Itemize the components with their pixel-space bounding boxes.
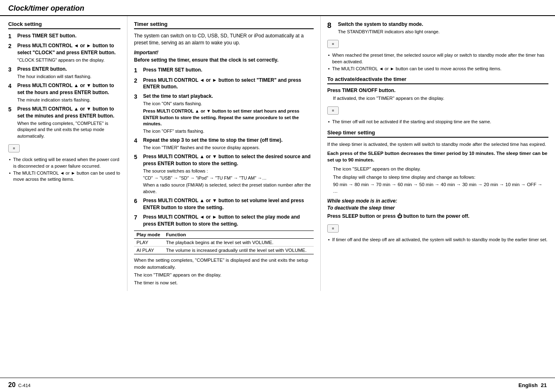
play-mode-1: PLAY (134, 239, 164, 247)
clock-section-title: Clock setting (8, 21, 120, 29)
note-icon: ≡ (8, 144, 20, 152)
timer-step-2: 2 Press MULTI CONTROL ◄ or ► button to s… (134, 77, 314, 91)
sleep-section-title: Sleep timer setting (327, 129, 548, 138)
step-content: Press MULTI CONTROL ◄ or ► button to sel… (17, 42, 120, 63)
sleep-note-line: If timer off and the sleep off are all a… (327, 237, 548, 243)
clock-step-3: 3 Press ENTER button. The hour indicatio… (8, 66, 120, 80)
deactivate-label: To deactivate the sleep timer (327, 205, 548, 211)
right-section: 8 Switch the system to standby mode. The… (321, 16, 555, 291)
step-content: Press MULTI CONTROL ▲ or ▼ button to sel… (143, 153, 314, 195)
step-num: 1 (8, 32, 16, 40)
step-sub: The minute indication starts flashing. (17, 97, 120, 103)
step-num: 5 (8, 106, 16, 113)
step-num: 4 (134, 137, 141, 144)
clock-step-1: 1 Press TIMER SET button. (8, 32, 120, 40)
sleep-sub1: The icon "SLEEP" appears on the display. (327, 166, 548, 172)
step-num: 5 (134, 153, 141, 161)
step-bold: Press MULTI CONTROL ▲ or ▼ button to set… (143, 198, 304, 210)
step-sub: The STANDBY/TIMER indicators also light … (338, 29, 548, 35)
note-line-1: When reached the preset timer, the selec… (327, 52, 548, 65)
step-num: 8 (327, 21, 336, 30)
activate-note-line: The timer off will not be activated if t… (327, 119, 548, 125)
sleep-para1: If the sleep timer is activated, the sys… (327, 141, 548, 148)
timer-step-4: 4 Repeat the step 3 to set the time to s… (134, 137, 314, 151)
footer-page-num: 20 C-414 (8, 381, 30, 389)
step-content: Set the time to start playback. The icon… (143, 93, 314, 134)
after-table-2: The icon "TIMER" appears on the display. (134, 272, 314, 278)
step-content: Press MULTI CONTROL ▲ or ▼ button to set… (17, 106, 120, 139)
table-row: PLAY The playback begins at the level se… (134, 239, 314, 247)
step-sub: When the setting completes, "COMPLETE" i… (17, 120, 120, 139)
step-content: Press MULTI CONTROL ◄ or ► button to sel… (143, 214, 314, 228)
step8-notes: When reached the preset timer, the selec… (327, 52, 548, 72)
page-container: Clock/timer operation Clock setting 1 Pr… (0, 0, 555, 392)
after-table-1: When the setting completes, "COMPLETE" i… (134, 257, 314, 270)
timer-step-7: 7 Press MULTI CONTROL ◄ or ► button to s… (134, 214, 314, 228)
timer-section-title: Timer setting (134, 21, 314, 29)
step-sub3: When a radio source (FM/AM) is selected,… (143, 182, 314, 195)
table-header-mode: Play mode (134, 231, 164, 239)
step-num: 2 (8, 42, 16, 50)
important-block: Important! Before setting the timer, ens… (134, 50, 314, 64)
sleep-note: If timer off and the sleep off are all a… (327, 237, 548, 243)
note-icon: ≡ (327, 106, 339, 115)
after-table-3: The timer is now set. (134, 279, 314, 286)
step-content: Press MULTI CONTROL ◄ or ► button to sel… (143, 77, 314, 91)
step-num: 3 (8, 66, 16, 73)
note-icon: ≡ (327, 40, 339, 48)
step-content: Press ENTER button. The hour indication … (17, 66, 120, 80)
step-content: Repeat the step 3 to set the time to sto… (143, 137, 314, 151)
step-bold: Repeat the step 3 to set the time to sto… (143, 137, 282, 143)
step-bold: Press MULTI CONTROL ▲ or ▼ button to set… (17, 83, 114, 95)
note-line-1: The clock setting will be erased when th… (8, 157, 120, 169)
step-sub: The hour indication will start flashing. (17, 74, 120, 80)
step-bold: Press MULTI CONTROL ◄ or ► button to sel… (17, 43, 116, 55)
activate-step: Press TIMER ON/OFF button. (327, 88, 548, 93)
step-content: Press MULTI CONTROL ▲ or ▼ button to set… (17, 82, 120, 103)
activate-section-title: To activate/deactivate the timer (327, 76, 548, 84)
step-num: 6 (134, 197, 141, 205)
footer-left-num: 20 (8, 381, 16, 388)
table-row: AI PLAY The volume is increased graduall… (134, 247, 314, 254)
play-function-2: The volume is increased gradually until … (164, 247, 314, 254)
footer-right: English 21 (518, 382, 547, 388)
activate-section: To activate/deactivate the timer Press T… (327, 76, 548, 101)
step-bold: Press ENTER button. (17, 66, 67, 72)
sleep-sub2: The display will change to sleep time di… (327, 174, 548, 180)
important-text: Before setting the timer, ensure that th… (134, 57, 314, 64)
while-sleep-label: While sleep mode is in active: (327, 198, 548, 204)
clock-step-2: 2 Press MULTI CONTROL ◄ or ► button to s… (8, 42, 120, 63)
step-num: 7 (134, 214, 141, 221)
play-mode-2: AI PLAY (134, 247, 164, 254)
step-bold: Press MULTI CONTROL ▲ or ▼ button to sel… (143, 154, 310, 166)
timer-section: Timer setting The system can switch on t… (127, 16, 321, 291)
step-bold: Set the time to start playback. (143, 93, 213, 99)
step-content: Switch the system to standby mode. The S… (338, 21, 548, 35)
timer-step-5: 5 Press MULTI CONTROL ▲ or ▼ button to s… (134, 153, 314, 195)
activate-note: The timer off will not be activated if t… (327, 119, 548, 125)
content-area: Clock setting 1 Press TIMER SET button. … (0, 16, 555, 291)
timer-step-6: 6 Press MULTI CONTROL ▲ or ▼ button to s… (134, 197, 314, 211)
step-content: Press MULTI CONTROL ▲ or ▼ button to set… (143, 197, 314, 211)
sleep-section: Sleep timer setting If the sleep timer i… (327, 129, 548, 219)
activate-sub: If activated, the icon "TIMER" appears o… (327, 95, 548, 101)
clock-step-5: 5 Press MULTI CONTROL ▲ or ▼ button to s… (8, 106, 120, 139)
timer-step-1: 1 Press TIMER SET button. (134, 67, 314, 74)
step-sub2: Press MULTI CONTROL ▲ or ▼ button to set… (143, 108, 314, 127)
sleep-para2: Each press of the SLEEP button decreases… (327, 150, 548, 163)
step-text: Press TIMER SET button. (17, 33, 76, 39)
important-label: Important! (134, 50, 314, 55)
step-num: 4 (8, 82, 16, 90)
step-bold: Press TIMER SET button. (143, 67, 202, 73)
step-bold: Press MULTI CONTROL ◄ or ► button to sel… (143, 214, 300, 227)
step-num: 2 (134, 77, 141, 84)
step-sub1: The icon "ON" starts flashing. (143, 101, 314, 107)
step-bold: Press MULTI CONTROL ▲ or ▼ button to set… (17, 106, 114, 119)
timer-step-3: 3 Set the time to start playback. The ic… (134, 93, 314, 134)
play-function-1: The playback begins at the level set wit… (164, 239, 314, 247)
play-mode-table: Play mode Function PLAY The playback beg… (134, 231, 314, 254)
footer-language: English (518, 382, 538, 388)
step-bold: Switch the system to standby mode. (338, 21, 423, 27)
footer-right-num: 21 (541, 382, 547, 388)
step-sub1: The source switches as follows : (143, 168, 314, 174)
